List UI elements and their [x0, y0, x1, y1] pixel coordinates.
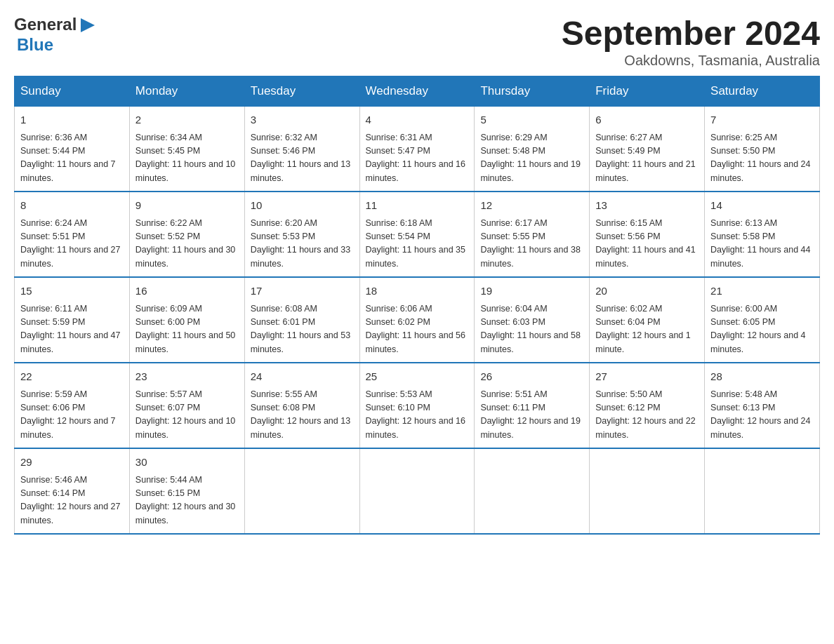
day-info: Sunrise: 6:24 AMSunset: 5:51 PMDaylight:…	[20, 217, 124, 271]
day-cell-18: 18Sunrise: 6:06 AMSunset: 6:02 PMDayligh…	[359, 277, 475, 363]
logo-triangle-icon	[78, 15, 98, 35]
day-number: 27	[595, 369, 699, 385]
day-info: Sunrise: 6:08 AMSunset: 6:01 PMDaylight:…	[251, 302, 354, 357]
day-cell-27: 27Sunrise: 5:50 AMSunset: 6:12 PMDayligh…	[590, 363, 705, 448]
day-cell-7: 7Sunrise: 6:25 AMSunset: 5:50 PMDaylight…	[705, 106, 820, 192]
day-number: 8	[20, 198, 124, 214]
day-cell-2: 2Sunrise: 6:34 AMSunset: 5:45 PMDaylight…	[129, 106, 244, 192]
day-cell-3: 3Sunrise: 6:32 AMSunset: 5:46 PMDaylight…	[244, 106, 359, 192]
day-number: 26	[480, 369, 583, 385]
day-cell-17: 17Sunrise: 6:08 AMSunset: 6:01 PMDayligh…	[244, 277, 359, 363]
day-number: 6	[595, 112, 699, 128]
day-number: 16	[135, 283, 239, 300]
day-number: 17	[251, 283, 354, 300]
day-number: 1	[20, 112, 124, 128]
day-number: 20	[595, 283, 699, 300]
empty-cell	[244, 448, 359, 534]
day-number: 15	[20, 283, 124, 300]
day-info: Sunrise: 6:36 AMSunset: 5:44 PMDaylight:…	[20, 131, 124, 186]
day-cell-16: 16Sunrise: 6:09 AMSunset: 6:00 PMDayligh…	[129, 277, 244, 363]
day-info: Sunrise: 6:04 AMSunset: 6:03 PMDaylight:…	[480, 302, 583, 357]
day-cell-21: 21Sunrise: 6:00 AMSunset: 6:05 PMDayligh…	[705, 277, 820, 363]
empty-cell	[475, 448, 590, 534]
day-cell-13: 13Sunrise: 6:15 AMSunset: 5:56 PMDayligh…	[590, 192, 705, 277]
month-title: September 2024	[562, 14, 820, 53]
day-info: Sunrise: 6:32 AMSunset: 5:46 PMDaylight:…	[251, 131, 354, 186]
day-cell-24: 24Sunrise: 5:55 AMSunset: 6:08 PMDayligh…	[244, 363, 359, 448]
day-number: 22	[20, 369, 124, 385]
week-row-4: 22Sunrise: 5:59 AMSunset: 6:06 PMDayligh…	[15, 363, 820, 448]
day-info: Sunrise: 6:13 AMSunset: 5:58 PMDaylight:…	[710, 217, 814, 271]
empty-cell	[359, 448, 475, 534]
day-number: 2	[135, 112, 239, 128]
day-info: Sunrise: 6:27 AMSunset: 5:49 PMDaylight:…	[595, 131, 699, 186]
weekday-header-row: SundayMondayTuesdayWednesdayThursdayFrid…	[15, 76, 820, 106]
day-number: 3	[251, 112, 354, 128]
weekday-header-tuesday: Tuesday	[244, 76, 359, 106]
logo-general-text: General	[14, 15, 77, 34]
day-number: 18	[366, 283, 469, 300]
day-info: Sunrise: 5:59 AMSunset: 6:06 PMDaylight:…	[20, 388, 124, 443]
logo-blue-text: Blue	[17, 35, 53, 55]
day-number: 24	[251, 369, 354, 385]
day-cell-30: 30Sunrise: 5:44 AMSunset: 6:15 PMDayligh…	[129, 448, 244, 534]
weekday-header-friday: Friday	[590, 76, 705, 106]
day-info: Sunrise: 6:25 AMSunset: 5:50 PMDaylight:…	[710, 131, 814, 186]
weekday-header-saturday: Saturday	[705, 76, 820, 106]
week-row-2: 8Sunrise: 6:24 AMSunset: 5:51 PMDaylight…	[15, 192, 820, 277]
day-cell-26: 26Sunrise: 5:51 AMSunset: 6:11 PMDayligh…	[475, 363, 590, 448]
weekday-header-monday: Monday	[129, 76, 244, 106]
day-info: Sunrise: 5:44 AMSunset: 6:15 PMDaylight:…	[135, 474, 239, 528]
weekday-header-thursday: Thursday	[475, 76, 590, 106]
day-number: 28	[710, 369, 814, 385]
day-number: 12	[480, 198, 583, 214]
day-cell-20: 20Sunrise: 6:02 AMSunset: 6:04 PMDayligh…	[590, 277, 705, 363]
day-cell-19: 19Sunrise: 6:04 AMSunset: 6:03 PMDayligh…	[475, 277, 590, 363]
day-number: 5	[480, 112, 583, 128]
day-info: Sunrise: 6:31 AMSunset: 5:47 PMDaylight:…	[366, 131, 469, 186]
day-cell-12: 12Sunrise: 6:17 AMSunset: 5:55 PMDayligh…	[475, 192, 590, 277]
day-number: 14	[710, 198, 814, 214]
svg-marker-0	[81, 18, 95, 32]
week-row-1: 1Sunrise: 6:36 AMSunset: 5:44 PMDaylight…	[15, 106, 820, 192]
calendar-table: SundayMondayTuesdayWednesdayThursdayFrid…	[14, 76, 820, 535]
day-info: Sunrise: 5:50 AMSunset: 6:12 PMDaylight:…	[595, 388, 699, 443]
day-cell-4: 4Sunrise: 6:31 AMSunset: 5:47 PMDaylight…	[359, 106, 475, 192]
day-cell-1: 1Sunrise: 6:36 AMSunset: 5:44 PMDaylight…	[15, 106, 130, 192]
day-number: 19	[480, 283, 583, 300]
day-info: Sunrise: 6:20 AMSunset: 5:53 PMDaylight:…	[251, 217, 354, 271]
day-cell-28: 28Sunrise: 5:48 AMSunset: 6:13 PMDayligh…	[705, 363, 820, 448]
day-cell-9: 9Sunrise: 6:22 AMSunset: 5:52 PMDaylight…	[129, 192, 244, 277]
day-number: 10	[251, 198, 354, 214]
day-number: 7	[710, 112, 814, 128]
day-number: 21	[710, 283, 814, 300]
logo: General Blue	[14, 14, 98, 55]
weekday-header-sunday: Sunday	[15, 76, 130, 106]
day-number: 29	[20, 455, 124, 471]
day-cell-29: 29Sunrise: 5:46 AMSunset: 6:14 PMDayligh…	[15, 448, 130, 534]
day-info: Sunrise: 6:00 AMSunset: 6:05 PMDaylight:…	[710, 302, 814, 357]
day-number: 13	[595, 198, 699, 214]
location-text: Oakdowns, Tasmania, Australia	[562, 53, 820, 69]
day-number: 11	[366, 198, 469, 214]
day-cell-11: 11Sunrise: 6:18 AMSunset: 5:54 PMDayligh…	[359, 192, 475, 277]
day-info: Sunrise: 6:34 AMSunset: 5:45 PMDaylight:…	[135, 131, 239, 186]
day-cell-14: 14Sunrise: 6:13 AMSunset: 5:58 PMDayligh…	[705, 192, 820, 277]
day-number: 25	[366, 369, 469, 385]
day-info: Sunrise: 6:11 AMSunset: 5:59 PMDaylight:…	[20, 302, 124, 357]
day-cell-15: 15Sunrise: 6:11 AMSunset: 5:59 PMDayligh…	[15, 277, 130, 363]
page-header: General Blue September 2024 Oakdowns, Ta…	[14, 14, 820, 69]
day-info: Sunrise: 6:15 AMSunset: 5:56 PMDaylight:…	[595, 217, 699, 271]
day-cell-25: 25Sunrise: 5:53 AMSunset: 6:10 PMDayligh…	[359, 363, 475, 448]
day-info: Sunrise: 6:29 AMSunset: 5:48 PMDaylight:…	[480, 131, 583, 186]
day-cell-6: 6Sunrise: 6:27 AMSunset: 5:49 PMDaylight…	[590, 106, 705, 192]
week-row-5: 29Sunrise: 5:46 AMSunset: 6:14 PMDayligh…	[15, 448, 820, 534]
day-cell-10: 10Sunrise: 6:20 AMSunset: 5:53 PMDayligh…	[244, 192, 359, 277]
day-info: Sunrise: 6:17 AMSunset: 5:55 PMDaylight:…	[480, 217, 583, 271]
day-number: 23	[135, 369, 239, 385]
day-info: Sunrise: 6:18 AMSunset: 5:54 PMDaylight:…	[366, 217, 469, 271]
day-info: Sunrise: 5:57 AMSunset: 6:07 PMDaylight:…	[135, 388, 239, 443]
day-cell-5: 5Sunrise: 6:29 AMSunset: 5:48 PMDaylight…	[475, 106, 590, 192]
day-info: Sunrise: 6:22 AMSunset: 5:52 PMDaylight:…	[135, 217, 239, 271]
title-section: September 2024 Oakdowns, Tasmania, Austr…	[562, 14, 820, 69]
